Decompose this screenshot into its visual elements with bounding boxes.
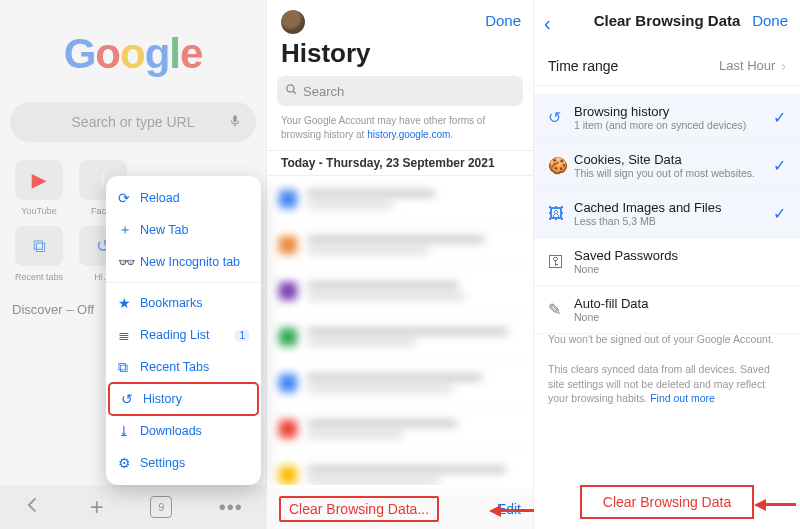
clear-browsing-data-link[interactable]: Clear Browsing Data... bbox=[279, 496, 439, 522]
key-icon: ⚿ bbox=[548, 253, 574, 271]
opt-cookies[interactable]: 🍪 Cookies, Site DataThis will sign you o… bbox=[534, 142, 800, 190]
history-panel: Done History Search Your Google Account … bbox=[267, 0, 534, 529]
cache-icon: 🖼 bbox=[548, 205, 574, 223]
opt-cached[interactable]: 🖼 Cached Images and FilesLess than 5,3 M… bbox=[534, 190, 800, 238]
sync-note: This clears synced data from all devices… bbox=[548, 362, 786, 406]
opt-browsing-history[interactable]: ↺ Browsing history1 item (and more on sy… bbox=[534, 94, 800, 142]
page-title: History bbox=[281, 38, 371, 69]
favicon bbox=[279, 466, 297, 484]
history-item[interactable] bbox=[267, 360, 533, 406]
time-range-value: Last Hour bbox=[719, 58, 775, 73]
menu-history[interactable]: ↺History bbox=[109, 383, 258, 415]
history-item[interactable] bbox=[267, 268, 533, 314]
check-icon: ✓ bbox=[773, 156, 786, 175]
opt-passwords[interactable]: ⚿ Saved PasswordsNone bbox=[534, 238, 800, 286]
incognito-icon: 👓 bbox=[118, 254, 140, 270]
plus-icon: ＋ bbox=[118, 221, 140, 239]
history-search[interactable]: Search bbox=[277, 76, 523, 106]
done-button[interactable]: Done bbox=[485, 12, 521, 29]
date-section-header: Today - Thursday, 23 September 2021 bbox=[267, 150, 533, 176]
star-icon: ★ bbox=[118, 295, 140, 311]
autofill-icon: ✎ bbox=[548, 300, 574, 319]
clear-browsing-data-panel: ‹ Clear Browsing Data Done Time range La… bbox=[534, 0, 800, 529]
favicon bbox=[279, 190, 297, 208]
menu-reload[interactable]: ⟳Reload bbox=[106, 182, 261, 214]
search-icon bbox=[285, 83, 298, 99]
menu-new-incognito[interactable]: 👓New Incognito tab bbox=[106, 246, 261, 278]
list-icon: ≣ bbox=[118, 327, 140, 343]
overflow-menu: ⟳Reload ＋New Tab 👓New Incognito tab ★Boo… bbox=[106, 176, 261, 485]
recent-tabs-icon: ⧉ bbox=[118, 359, 140, 376]
opt-autofill[interactable]: ✎ Auto-fill DataNone bbox=[534, 286, 800, 334]
annotation-arrow-icon bbox=[501, 509, 537, 512]
favicon bbox=[279, 420, 297, 438]
cookie-icon: 🍪 bbox=[548, 156, 574, 175]
find-out-more-link[interactable]: Find out more bbox=[650, 392, 715, 404]
search-placeholder: Search bbox=[303, 84, 344, 99]
done-button[interactable]: Done bbox=[752, 12, 788, 29]
avatar[interactable] bbox=[281, 10, 305, 34]
clear-options-list: ↺ Browsing history1 item (and more on sy… bbox=[534, 94, 800, 334]
chevron-right-icon: › bbox=[781, 58, 786, 74]
time-range-row[interactable]: Time range Last Hour › bbox=[534, 46, 800, 86]
history-item[interactable] bbox=[267, 314, 533, 360]
menu-reading-list[interactable]: ≣Reading List1 bbox=[106, 319, 261, 351]
history-item[interactable] bbox=[267, 452, 533, 485]
signout-note: You won't be signed out of your Google A… bbox=[548, 332, 786, 347]
check-icon: ✓ bbox=[773, 204, 786, 223]
download-icon: ⤓ bbox=[118, 423, 140, 439]
check-icon: ✓ bbox=[773, 108, 786, 127]
favicon bbox=[279, 328, 297, 346]
svg-point-0 bbox=[287, 85, 294, 92]
history-icon: ↺ bbox=[121, 391, 143, 407]
menu-bookmarks[interactable]: ★Bookmarks bbox=[106, 287, 261, 319]
reading-list-badge: 1 bbox=[235, 330, 249, 341]
favicon bbox=[279, 282, 297, 300]
reload-icon: ⟳ bbox=[118, 190, 140, 206]
history-item[interactable] bbox=[267, 406, 533, 452]
menu-recent-tabs[interactable]: ⧉Recent Tabs bbox=[106, 351, 261, 383]
clear-browsing-data-button[interactable]: Clear Browsing Data bbox=[580, 485, 754, 519]
account-history-note: Your Google Account may have other forms… bbox=[281, 114, 519, 141]
favicon bbox=[279, 374, 297, 392]
history-google-link[interactable]: history.google.com bbox=[367, 129, 450, 140]
history-item[interactable] bbox=[267, 222, 533, 268]
menu-settings[interactable]: ⚙Settings bbox=[106, 447, 261, 479]
annotation-arrow-icon bbox=[766, 503, 796, 506]
chrome-home-panel: Google Search or type URL ▶YouTube fFac…… bbox=[0, 0, 267, 529]
menu-separator bbox=[106, 282, 261, 283]
menu-new-tab[interactable]: ＋New Tab bbox=[106, 214, 261, 246]
history-icon: ↺ bbox=[548, 108, 574, 127]
menu-downloads[interactable]: ⤓Downloads bbox=[106, 415, 261, 447]
history-item[interactable] bbox=[267, 176, 533, 222]
favicon bbox=[279, 236, 297, 254]
time-range-label: Time range bbox=[548, 58, 618, 74]
gear-icon: ⚙ bbox=[118, 455, 140, 471]
history-list[interactable] bbox=[267, 176, 533, 485]
